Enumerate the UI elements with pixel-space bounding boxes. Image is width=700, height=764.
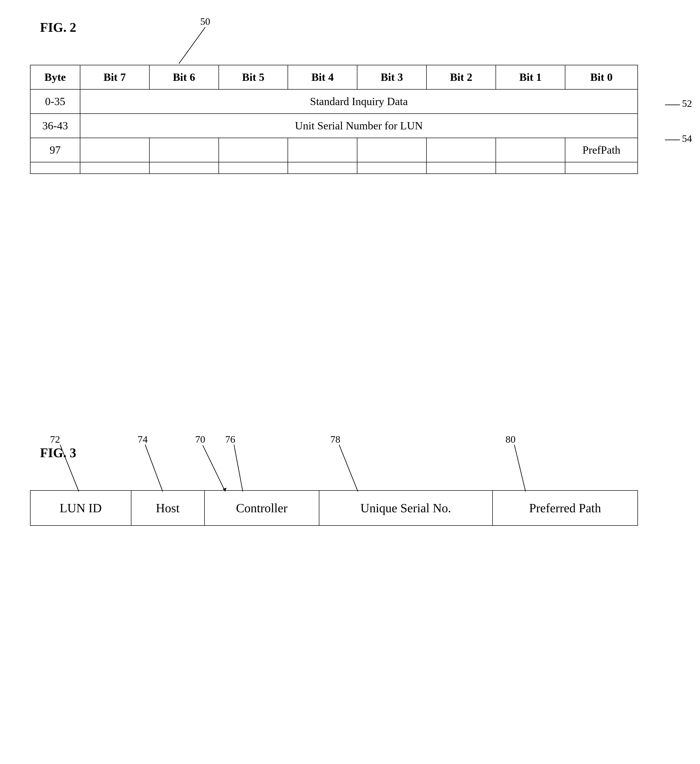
row97-bit6 [149,138,219,162]
row97-bit0-prefpath: PrefPath [565,138,638,162]
row97-bit7 [80,138,149,162]
empty-bit3 [357,162,426,174]
right-refs-svg: 52 54 [665,80,700,170]
empty-bit5 [219,162,288,174]
ref54-text: 54 [682,133,692,144]
ref74-line [145,445,163,492]
ref72-line [60,445,79,492]
ref70-arrowhead [223,488,227,492]
fig2-container: 50 52 54 Byte Bit 7 Bit 6 [30,65,670,174]
ref52-text: 52 [682,98,692,109]
ref78-line [339,445,358,492]
row97-bit1 [496,138,565,162]
empty-bit2 [426,162,496,174]
ref70-line [203,445,225,492]
empty-bit4 [288,162,357,174]
ref70-text: 70 [195,434,205,445]
byte-97: 97 [30,138,80,162]
ref74-text: 74 [138,434,148,445]
page-content: FIG. 2 50 52 54 Byte [0,0,700,764]
fig3-refs-svg: 72 74 70 76 78 80 [30,435,670,495]
ref50-text: 50 [200,16,210,27]
empty-bit7 [80,162,149,174]
empty-byte [30,162,80,174]
fig2-section: FIG. 2 50 52 54 Byte [30,20,670,174]
col-preferred-path: Preferred Path [493,490,638,526]
row97-bit3 [357,138,426,162]
table-row-empty [30,162,638,174]
fig2-table: Byte Bit 7 Bit 6 Bit 5 Bit 4 Bit 3 Bit 2… [30,65,638,174]
byte-36-43: 36-43 [30,114,80,138]
col-lun-id: LUN ID [30,490,131,526]
col-host: Host [131,490,205,526]
row97-bit5 [219,138,288,162]
empty-bit6 [149,162,219,174]
ref78-text: 78 [330,434,340,445]
fig3-section: FIG. 3 72 74 70 76 78 [30,445,670,526]
ref50-arrow-svg: 50 [30,15,670,70]
row97-bit4 [288,138,357,162]
empty-bit0 [565,162,638,174]
col-unique-serial: Unique Serial No. [319,490,492,526]
table-row-0-35: 0-35 Standard Inquiry Data [30,89,638,114]
row97-bit2 [426,138,496,162]
ref80-line [514,445,526,492]
col-controller: Controller [205,490,319,526]
empty-bit1 [496,162,565,174]
ref80-text: 80 [506,434,515,445]
row-0-35-content: Standard Inquiry Data [80,89,638,114]
fig3-container: 72 74 70 76 78 80 [30,490,670,526]
ref50-line [179,27,205,64]
fig3-row: LUN ID Host Controller Unique Serial No.… [30,490,638,526]
table-row-97: 97 PrefPath [30,138,638,162]
table-row-36-43: 36-43 Unit Serial Number for LUN [30,114,638,138]
byte-0-35: 0-35 [30,89,80,114]
fig3-table: LUN ID Host Controller Unique Serial No.… [30,490,638,526]
ref72-text: 72 [50,434,60,445]
ref76-text: 76 [225,434,235,445]
ref76-line [234,445,243,492]
row-36-43-content: Unit Serial Number for LUN [80,114,638,138]
